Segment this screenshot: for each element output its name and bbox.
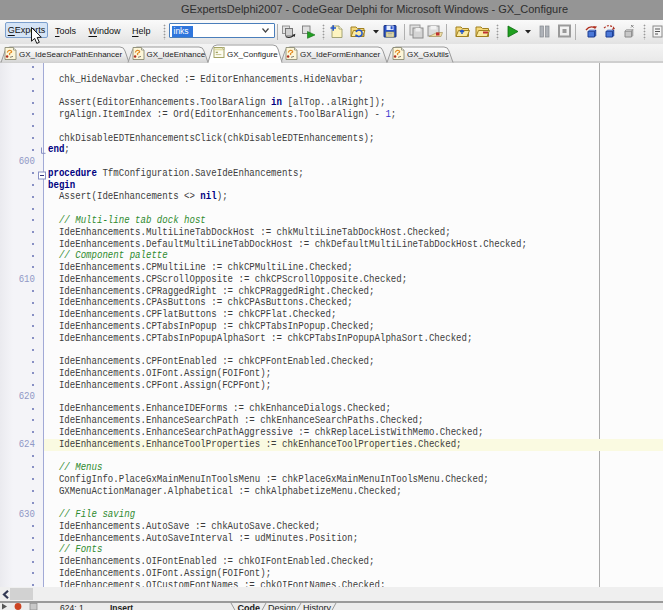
svg-text:GX_IdeSearchPathEnhancer: GX_IdeSearchPathEnhancer bbox=[19, 49, 123, 58]
svg-text:GX_IdeFormEnhancer: GX_IdeFormEnhancer bbox=[300, 49, 380, 58]
svg-text:GX_GxUtils: GX_GxUtils bbox=[407, 49, 449, 58]
svg-text:Design: Design bbox=[268, 603, 296, 610]
svg-text:History: History bbox=[303, 603, 332, 610]
svg-text:GX_Configure: GX_Configure bbox=[227, 49, 278, 58]
svg-text:GX_IdeEnhance: GX_IdeEnhance bbox=[147, 49, 206, 58]
svg-text:Code: Code bbox=[238, 603, 261, 610]
